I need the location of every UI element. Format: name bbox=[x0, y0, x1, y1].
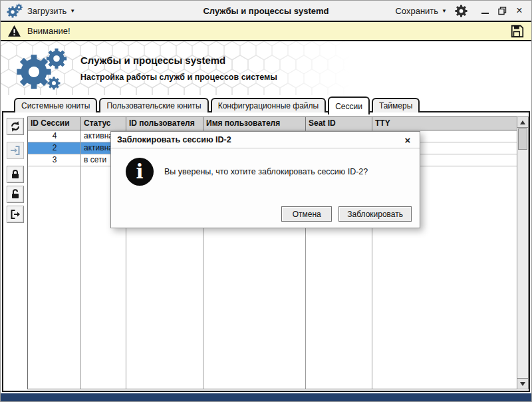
dialog-titlebar: Заблокировать сессию ID-2 × bbox=[111, 132, 420, 148]
scroll-up-button[interactable] bbox=[517, 116, 529, 128]
close-icon: × bbox=[516, 5, 522, 16]
unlock-icon bbox=[9, 188, 21, 200]
tab-timers[interactable]: Таймеры bbox=[372, 98, 420, 112]
dialog-body: i Вы уверены, что хотите заблокировать с… bbox=[111, 148, 420, 186]
warning-bar: Внимание! bbox=[1, 21, 531, 41]
status-progress-bar bbox=[1, 393, 531, 401]
minimize-icon bbox=[481, 13, 489, 14]
window-close-button[interactable]: × bbox=[513, 4, 526, 17]
dialog-message: Вы уверены, что хотите заблокировать сес… bbox=[164, 167, 368, 176]
restore-icon bbox=[498, 7, 507, 15]
tab-bar: Системные юниты Пользовательские юниты К… bbox=[1, 95, 531, 112]
save-menu-button[interactable]: Сохранить ▼ bbox=[395, 6, 447, 16]
app-header: Службы и процессы systemd Настройка рабо… bbox=[1, 41, 531, 95]
settings-gear-icon[interactable] bbox=[455, 5, 467, 17]
app-gears-icon bbox=[6, 3, 23, 19]
enter-session-button bbox=[7, 142, 24, 159]
save-menu-label: Сохранить bbox=[395, 6, 438, 16]
dialog-buttons: Отмена Заблокировать bbox=[281, 206, 412, 222]
hexagon-fade-overlay bbox=[1, 41, 531, 95]
titlebar: Загрузить ▼ Службы и процессы systemd Со… bbox=[1, 1, 531, 21]
window-minimize-button[interactable] bbox=[478, 4, 491, 17]
column-header-session-id[interactable]: ID Сессии bbox=[28, 117, 81, 130]
tab-user-units[interactable]: Пользовательские юниты bbox=[99, 98, 208, 112]
confirm-lock-button[interactable]: Заблокировать bbox=[338, 206, 412, 222]
refresh-sessions-button[interactable] bbox=[7, 118, 24, 135]
window-maximize-button[interactable] bbox=[495, 4, 509, 17]
table-header: ID Сессии Статус ID пользователя Имя пол… bbox=[28, 117, 517, 130]
cell-session-id[interactable]: 2 bbox=[28, 142, 81, 154]
chevron-down-icon bbox=[520, 382, 525, 386]
lock-icon bbox=[9, 168, 21, 180]
column-header-user-id[interactable]: ID пользователя bbox=[126, 117, 203, 130]
column-header-user-name[interactable]: Имя пользователя bbox=[203, 117, 306, 130]
grid-line bbox=[80, 130, 81, 389]
warning-icon bbox=[7, 25, 21, 37]
unlock-session-button[interactable] bbox=[7, 186, 24, 203]
lock-session-button[interactable] bbox=[7, 166, 24, 183]
column-header-status[interactable]: Статус bbox=[81, 117, 126, 130]
tab-system-units[interactable]: Системные юниты bbox=[14, 98, 97, 112]
enter-session-icon bbox=[9, 144, 21, 156]
chevron-down-icon: ▼ bbox=[70, 8, 75, 14]
tab-config-files[interactable]: Конфигурационные файлы bbox=[211, 98, 326, 112]
scrollbar-thumb[interactable] bbox=[518, 128, 527, 150]
app-window: Загрузить ▼ Службы и процессы systemd Со… bbox=[0, 0, 532, 402]
cancel-button[interactable]: Отмена bbox=[281, 206, 332, 222]
terminate-session-button[interactable] bbox=[7, 206, 24, 223]
app-logo-gears-icon bbox=[11, 44, 75, 92]
warning-text: Внимание! bbox=[27, 26, 70, 36]
page-subtitle: Настройка работы служб и процессов систе… bbox=[80, 73, 277, 82]
refresh-icon bbox=[9, 120, 21, 132]
load-menu-button[interactable]: Загрузить ▼ bbox=[27, 6, 75, 16]
scroll-down-button[interactable] bbox=[517, 378, 529, 389]
chevron-down-icon: ▼ bbox=[442, 8, 447, 14]
page-title: Службы и процессы systemd bbox=[80, 55, 225, 66]
logout-icon bbox=[9, 208, 21, 220]
save-report-button[interactable] bbox=[510, 24, 525, 39]
tab-sessions[interactable]: Сессии bbox=[328, 97, 370, 114]
load-menu-label: Загрузить bbox=[27, 6, 66, 16]
vertical-scrollbar[interactable] bbox=[517, 116, 529, 389]
cell-session-id[interactable]: 3 bbox=[28, 154, 81, 166]
cell-session-id[interactable]: 4 bbox=[28, 130, 81, 142]
dialog-title: Заблокировать сессию ID-2 bbox=[117, 135, 231, 144]
floppy-save-icon bbox=[510, 24, 525, 39]
column-header-seat-id[interactable]: Seat ID bbox=[306, 117, 372, 130]
column-header-tty[interactable]: TTY bbox=[372, 117, 517, 130]
lock-session-dialog: Заблокировать сессию ID-2 × i Вы уверены… bbox=[110, 131, 420, 228]
chevron-up-icon bbox=[520, 120, 525, 124]
dialog-close-button[interactable]: × bbox=[402, 134, 414, 146]
info-icon: i bbox=[126, 158, 154, 186]
